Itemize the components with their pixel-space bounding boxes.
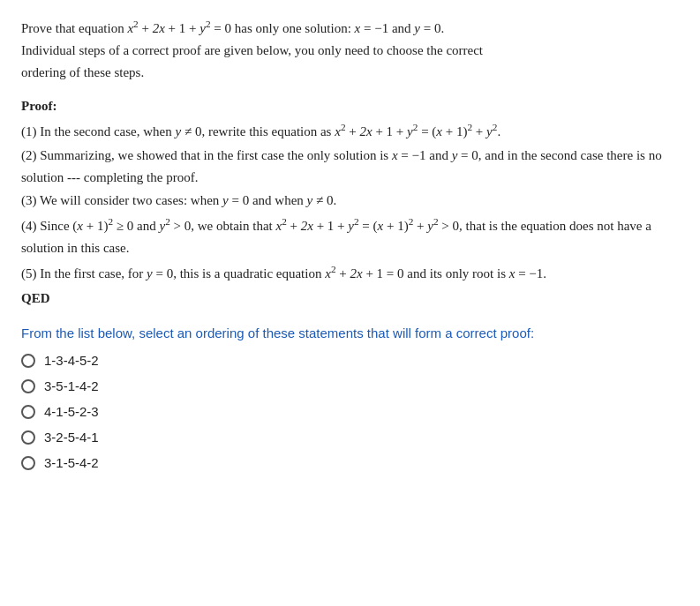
option-5-label: 3-1-5-4-2 [44,455,99,470]
answer-options: 1-3-4-5-2 3-5-1-4-2 4-1-5-2-3 3-2-5-4-1 … [21,353,679,470]
proof-label: Proof: [21,95,679,117]
option-2-label: 3-5-1-4-2 [44,378,99,393]
radio-circle-4[interactable] [21,430,35,445]
select-prompt: From the list below, select an ordering … [21,325,679,340]
proof-section: Proof: (1) In the second case, when y ≠ … [21,95,679,310]
option-4[interactable]: 3-2-5-4-1 [21,430,679,445]
radio-circle-5[interactable] [21,456,35,470]
option-4-label: 3-2-5-4-1 [44,430,99,445]
radio-circle-3[interactable] [21,405,35,419]
option-3[interactable]: 4-1-5-2-3 [21,404,679,419]
option-5[interactable]: 3-1-5-4-2 [21,455,679,470]
option-3-label: 4-1-5-2-3 [44,404,99,419]
radio-circle-2[interactable] [21,379,35,393]
proof-step-4: (4) Since (x + 1)2 ≥ 0 and y2 > 0, we ob… [21,213,679,259]
qed-label: QED [21,288,679,310]
option-1-label: 1-3-4-5-2 [44,353,99,368]
step-1-number: (1) In the second case, when y ≠ 0, rewr… [21,124,501,138]
option-1[interactable]: 1-3-4-5-2 [21,353,679,368]
radio-circle-1[interactable] [21,354,35,368]
option-2[interactable]: 3-5-1-4-2 [21,378,679,393]
proof-step-3: (3) We will consider two cases: when y =… [21,190,679,212]
proof-step-1: (1) In the second case, when y ≠ 0, rewr… [21,119,679,143]
problem-statement: Prove that equation x2 + 2x + 1 + y2 = 0… [21,16,679,83]
proof-step-5: (5) In the first case, for y = 0, this i… [21,261,679,285]
proof-step-2: (2) Summarizing, we showed that in the f… [21,145,679,189]
